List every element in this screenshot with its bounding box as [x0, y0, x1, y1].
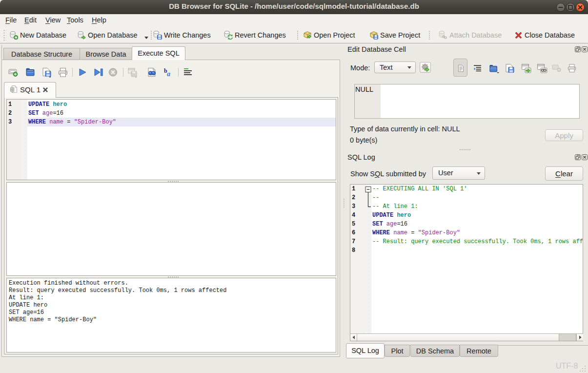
- svg-text:a: a: [167, 70, 170, 78]
